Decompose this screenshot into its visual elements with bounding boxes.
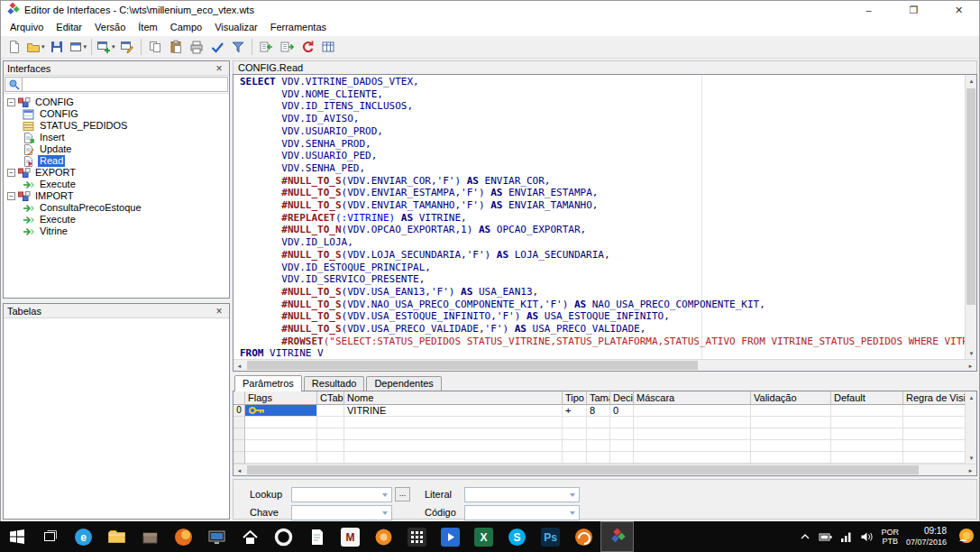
edit-interface-button[interactable] [117,37,137,57]
menu-item-ferramentas[interactable]: Ferramentas [264,19,333,36]
import-list-button[interactable] [256,37,276,57]
close-button[interactable]: ✕ [939,1,979,19]
grid-cell[interactable] [751,452,831,464]
chave-combo[interactable] [291,505,392,520]
grid-cell[interactable] [751,440,831,452]
tree-item-status-pedidos[interactable]: STATUS_PEDIDOS [4,120,229,132]
menu-item-vers-o[interactable]: Versão [88,19,132,36]
grid-cell[interactable] [610,428,634,440]
volume-icon[interactable] [860,530,874,543]
tree-item-import[interactable]: −IMPORT [4,190,229,202]
grid-header-tipo[interactable]: Tipo [563,391,587,405]
grid-cell[interactable] [634,440,751,452]
tab-par-metros[interactable]: Parâmetros [234,375,302,391]
grid-cell[interactable] [317,428,344,440]
grid-cell[interactable] [751,417,831,428]
table-row[interactable] [234,417,965,428]
menu-item-editar[interactable]: Editar [50,19,88,36]
tree-item-export[interactable]: −EXPORT [4,167,229,179]
grid-header-m-scara[interactable]: Máscara [634,391,751,405]
save-button[interactable] [47,37,67,57]
code-line-2[interactable]: VDV.NOME_CLIENTE, [240,88,965,101]
data-table-button[interactable] [318,37,338,57]
scroll-down-icon[interactable]: ▼ [966,347,977,359]
grid-cell[interactable]: + [563,405,587,417]
swirl-app-taskbar-icon[interactable] [567,521,600,552]
search-icon[interactable] [5,77,23,92]
media-app-taskbar-icon[interactable] [434,521,467,552]
grid-cell[interactable] [245,440,317,452]
calculator-taskbar-icon[interactable] [400,521,434,552]
grid-cell[interactable] [831,417,903,428]
tree-collapse-icon[interactable]: − [7,169,15,177]
grid-scroll-up-icon[interactable]: ▲ [966,391,977,403]
language-indicator[interactable]: POR PTB [881,528,899,546]
grid-cell[interactable] [245,428,317,440]
new-document-button[interactable] [5,37,24,57]
validate-button[interactable] [207,37,227,57]
code-line-19[interactable]: #NULL_TO_S(VDV.NAO_USA_PRECO_COMPONENTE_… [240,299,965,311]
tree-item-insert[interactable]: Insert [4,132,229,143]
start-button[interactable] [0,521,33,552]
skype-taskbar-icon[interactable]: S [500,521,534,552]
tree-item-config[interactable]: −CONFIG [4,97,229,108]
interfaces-close-icon[interactable]: × [213,62,225,75]
tab-resultado[interactable]: Resultado [304,376,365,391]
tab-dependentes[interactable]: Dependentes [366,376,441,391]
battery-icon[interactable] [819,530,833,543]
code-line-14[interactable]: VDV.ID_LOJA, [240,236,965,249]
table-row[interactable] [234,452,965,464]
code-line-4[interactable]: VDV.ID_AVISO, [240,113,965,125]
tree-collapse-icon[interactable]: − [7,98,15,106]
filter-button[interactable] [228,37,248,57]
interfaces-search-input[interactable] [23,77,228,92]
grid-cell[interactable] [831,405,903,417]
grid-cell[interactable] [317,452,344,464]
code-line-8[interactable]: VDV.SENHA_PED, [240,162,965,175]
grid-cell[interactable] [634,428,751,440]
code-line-22[interactable]: #ROWSET("SELECT:STATUS_PEDIDOS STATUS_VI… [240,336,965,348]
grid-header-default[interactable]: Default [831,391,903,405]
tree-item-execute[interactable]: Execute [4,214,229,225]
code-line-5[interactable]: VDV.USUARIO_PROD, [240,125,965,138]
code-area[interactable]: SELECT VDV.VITRINE_DADOS_VTEX, VDV.NOME_… [234,75,965,359]
code-line-7[interactable]: VDV.USUARIO_PED, [240,150,965,162]
code-line-9[interactable]: #NULL_TO_S(VDV.ENVIAR_COR,'F') AS ENVIAR… [240,175,965,188]
orange-app-taskbar-icon[interactable] [367,521,400,552]
package-app-taskbar-icon[interactable] [133,521,167,552]
code-line-17[interactable]: VDV.ID_SERVICO_PRESENTE, [240,273,965,286]
grid-header-regra-de-visibilidade[interactable]: Regra de Visibilidade [903,391,965,405]
grid-cell[interactable]: VITRINE [344,405,563,417]
code-line-3[interactable]: VDV.ID_ITENS_INCLUSOS, [240,100,965,113]
grid-cell[interactable] [610,440,634,452]
grid-cell[interactable] [634,405,751,417]
grid-header-valida-o[interactable]: Validação [751,391,831,405]
lookup-combo[interactable] [291,487,392,502]
code-line-21[interactable]: #NULL_TO_S(VDV.USA_PRECO_VALIDADE,'F') A… [240,323,965,336]
clock[interactable]: 09:18 07/07/2016 [906,526,947,547]
grid-cell[interactable] [563,440,587,452]
weather-icon[interactable] [954,525,977,548]
editor-hscrollbar[interactable]: ◄ ► [234,359,976,371]
grid-cell[interactable] [317,440,344,452]
code-line-12[interactable]: #REPLACET(:VITRINE) AS VITRINE, [240,212,965,225]
grid-cell[interactable] [831,452,903,464]
remote-desktop-taskbar-icon[interactable] [200,521,234,552]
export-list-button[interactable] [277,37,297,57]
network-icon[interactable] [840,530,853,543]
tree-collapse-icon[interactable]: − [7,192,15,200]
grid-header-decimais[interactable]: Decimais [610,391,634,405]
grid-header-tamanho[interactable]: Tamanho [587,391,610,405]
code-line-16[interactable]: VDV.ID_ESTOQUE_PRINCIPAL, [240,262,965,274]
windows-view-button[interactable]: ▾ [68,37,88,57]
code-line-10[interactable]: #NULL_TO_S(VDV.ENVIAR_ESTAMPA,'F') AS EN… [240,187,965,199]
tree-item-consultaprecoestoque[interactable]: ConsultaPrecoEstoque [4,202,229,214]
grid-cell[interactable] [903,417,965,428]
code-line-15[interactable]: #NULL_TO_S(VDV.LOJA_SECUNDARIA,'F') AS L… [240,249,965,262]
menu-item-arquivo[interactable]: Arquivo [4,19,50,36]
copy-button[interactable] [145,37,165,57]
tree-item-vitrine[interactable]: Vitrine [4,225,229,237]
grid-cell[interactable] [634,452,751,464]
grid-cell[interactable] [563,417,587,428]
table-row[interactable] [234,440,965,452]
